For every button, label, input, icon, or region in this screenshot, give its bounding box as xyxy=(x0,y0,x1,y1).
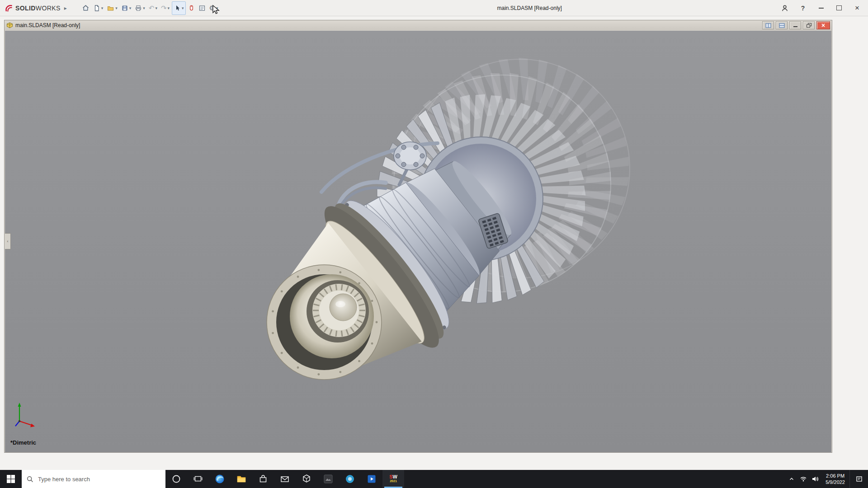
app-window-title: main.SLDASM [Read-only] xyxy=(497,5,561,11)
redo-button[interactable]: ↷ ▾ xyxy=(160,2,171,14)
solidworks-icon: SW 2021 xyxy=(389,474,397,483)
undo-icon: ↶ xyxy=(149,5,155,12)
doc-minimize-icon xyxy=(793,26,797,27)
search-input[interactable] xyxy=(37,475,161,483)
dropdown-caret-icon[interactable]: ▾ xyxy=(115,6,118,10)
mail-icon xyxy=(279,474,290,484)
network-button[interactable] xyxy=(797,470,809,488)
print-button[interactable]: ▾ xyxy=(133,2,146,14)
engine-front-opening xyxy=(267,265,382,380)
assembly-icon xyxy=(6,22,13,29)
edrawings-button[interactable] xyxy=(339,470,361,488)
edrawings-icon xyxy=(344,474,355,484)
mouse-gestures-button[interactable] xyxy=(187,2,196,14)
search-icon xyxy=(26,475,33,483)
action-center-button[interactable] xyxy=(849,470,868,488)
file-explorer-button[interactable] xyxy=(231,470,252,488)
select-tool-button[interactable]: ▾ xyxy=(172,1,186,15)
panel-collapse-tab[interactable]: ‹ xyxy=(5,233,11,249)
document-window: main.SLDASM [Read-only] xyxy=(4,20,832,453)
photos-icon xyxy=(323,474,334,484)
solidworks-logo[interactable]: SOLIDWORKS xyxy=(0,4,63,13)
document-titlebar[interactable]: main.SLDASM [Read-only] xyxy=(5,20,832,30)
dropdown-caret-icon[interactable]: ▾ xyxy=(143,6,145,10)
solidworks-taskbar-button[interactable]: SW 2021 xyxy=(382,470,404,488)
help-button[interactable]: ? xyxy=(798,4,807,13)
doc-restore-button[interactable] xyxy=(803,21,815,29)
clock-time: 2:06 PM xyxy=(826,473,844,479)
close-icon: × xyxy=(855,5,859,11)
account-button[interactable] xyxy=(780,4,789,13)
tile-horizontal-icon xyxy=(779,23,785,28)
windows-start-icon xyxy=(6,474,15,483)
volume-icon xyxy=(811,475,819,483)
minimize-button[interactable] xyxy=(816,4,826,13)
volume-button[interactable] xyxy=(809,470,821,488)
minimize-icon xyxy=(819,8,824,9)
taskbar-clock[interactable]: 2:06 PM 5/9/2022 xyxy=(821,473,849,485)
doc-restore-icon xyxy=(807,23,811,28)
dropdown-caret-icon[interactable]: ▾ xyxy=(216,6,218,10)
doc-minimize-button[interactable] xyxy=(789,21,801,29)
titlebar-controls: ? × xyxy=(780,4,868,13)
viewport-canvas[interactable]: ‹ *Dimetric xyxy=(5,31,831,452)
tray-expand-button[interactable] xyxy=(786,470,797,488)
close-button[interactable]: × xyxy=(853,4,862,13)
account-icon xyxy=(781,4,789,12)
dropdown-caret-icon[interactable]: ▾ xyxy=(155,6,157,10)
tray-expand-icon xyxy=(788,476,795,482)
new-document-icon xyxy=(93,5,100,12)
options-button[interactable]: ⚙ ▾ xyxy=(208,2,220,14)
system-tray: 2:06 PM 5/9/2022 xyxy=(786,470,868,488)
properties-button[interactable] xyxy=(197,2,207,14)
new-document-button[interactable]: ▾ xyxy=(92,2,105,14)
dropdown-caret-icon[interactable]: ▾ xyxy=(129,6,132,10)
help-icon: ? xyxy=(801,5,805,12)
dropdown-caret-icon[interactable]: ▾ xyxy=(101,6,104,10)
dropdown-caret-icon[interactable]: ▾ xyxy=(168,6,170,10)
tile-window-button[interactable] xyxy=(762,21,774,29)
cortana-button[interactable] xyxy=(165,470,187,488)
doc-close-button[interactable]: × xyxy=(816,21,830,29)
photos-button[interactable] xyxy=(317,470,339,488)
menu-expand-arrow-icon[interactable]: ▸ xyxy=(64,5,67,11)
coordinate-triad xyxy=(15,403,35,427)
start-button[interactable] xyxy=(0,470,22,488)
app-titlebar: SOLIDWORKS ▸ ▾ xyxy=(0,0,868,16)
accessory-drum xyxy=(394,142,426,170)
media-app-button[interactable] xyxy=(361,470,382,488)
action-center-icon xyxy=(855,475,863,483)
document-window-controls: × xyxy=(762,21,830,29)
properties-icon xyxy=(198,5,206,12)
cortana-icon xyxy=(171,474,181,484)
clock-date: 5/9/2022 xyxy=(826,479,845,485)
taskbar-search[interactable] xyxy=(22,470,165,488)
engine-model xyxy=(5,31,831,452)
edge-icon xyxy=(214,474,225,484)
store-button[interactable] xyxy=(252,470,274,488)
maximize-button[interactable] xyxy=(835,4,844,13)
settings-gear-icon: ⚙ xyxy=(209,5,215,12)
file-explorer-icon xyxy=(236,474,247,484)
open-button[interactable]: ▾ xyxy=(105,2,119,14)
dropdown-caret-icon[interactable]: ▾ xyxy=(182,6,184,10)
task-view-icon xyxy=(193,474,203,484)
collapse-icon: ‹ xyxy=(7,239,9,244)
home-button[interactable] xyxy=(80,2,91,14)
brand-text: SOLIDWORKS xyxy=(15,5,61,12)
save-button[interactable]: ▾ xyxy=(120,2,133,14)
tile-vertical-icon xyxy=(765,23,771,28)
home-icon xyxy=(82,4,90,12)
undo-button[interactable]: ↶ ▾ xyxy=(147,2,159,14)
redo-icon: ↷ xyxy=(161,5,167,12)
maximize-icon xyxy=(836,5,842,10)
3d-viewer-button[interactable] xyxy=(296,470,317,488)
cascade-window-button[interactable] xyxy=(776,21,788,29)
main-toolbar: ▾ ▾ ▾ xyxy=(80,1,220,15)
three-d-viewer-icon xyxy=(301,474,312,484)
task-view-button[interactable] xyxy=(187,470,209,488)
mail-button[interactable] xyxy=(274,470,296,488)
print-icon xyxy=(135,5,142,12)
edge-button[interactable] xyxy=(209,470,231,488)
open-folder-icon xyxy=(107,5,114,12)
